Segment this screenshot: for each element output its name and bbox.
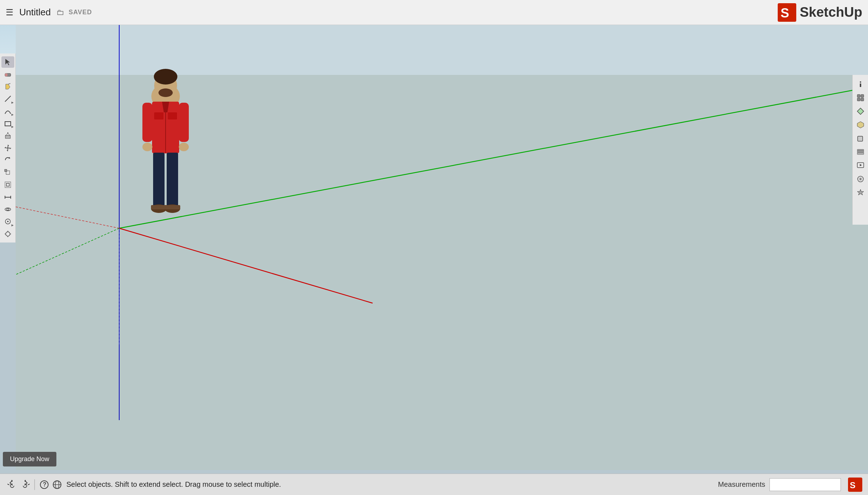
svg-rect-62 [857,149,864,151]
layers-panel[interactable] [854,146,867,158]
line-tool[interactable]: ▶ [1,93,14,104]
svg-point-49 [6,232,10,236]
status-text: Select objects. Shift to extend select. … [66,480,281,489]
svg-rect-27 [165,205,180,209]
svg-point-48 [7,221,9,222]
sketchup-bug-icon: S [848,478,862,492]
solid-tools-panel[interactable] [854,132,867,145]
svg-line-31 [5,96,11,102]
menu-icon[interactable]: ☰ [6,7,14,17]
svg-rect-57 [861,95,864,97]
svg-rect-39 [5,169,7,172]
svg-rect-29 [5,73,7,76]
measurements-label: Measurements [718,480,765,489]
svg-point-19 [142,143,152,151]
shapes-tool[interactable]: ▶ [1,118,14,129]
document-title: Untitled [19,7,51,18]
3d-warehouse-panel[interactable] [854,118,867,131]
measurements-input[interactable] [769,478,841,491]
rotate-tool[interactable] [1,154,14,166]
svg-point-12 [158,88,173,97]
svg-point-69 [860,178,861,180]
svg-rect-58 [857,98,860,101]
topbar: ☰ Untitled 🗀 SAVED S SketchUp [0,0,868,25]
tape-measure-tool[interactable] [1,191,14,203]
right-toolbar [852,75,868,225]
move-tool[interactable] [1,142,14,154]
svg-rect-61 [858,136,863,141]
left-toolbar: ▶ ▶ ▶ [0,53,16,243]
svg-point-21 [179,143,189,151]
svg-rect-22 [153,153,165,208]
sketchup-logo-icon: S [778,3,796,22]
folder-icon[interactable]: 🗀 [56,8,64,17]
bottombar: ? Select objects. Shift to extend select… [0,474,868,495]
svg-text:?: ? [43,481,46,488]
eraser-tool[interactable] [1,68,14,80]
components-panel[interactable] [854,91,867,104]
globe-button[interactable] [51,478,64,491]
svg-text:S: S [850,480,856,490]
svg-marker-66 [860,164,862,166]
svg-rect-25 [151,205,167,209]
svg-point-46 [7,208,9,210]
svg-rect-32 [5,122,11,126]
svg-rect-64 [857,153,864,154]
svg-rect-20 [179,103,189,142]
push-pull-tool[interactable] [1,130,14,141]
human-figure [130,46,201,232]
svg-point-54 [860,81,861,83]
sketchup-logo-text: SketchUp [800,5,862,20]
arc-tool[interactable]: ▶ [1,106,14,117]
svg-rect-63 [857,151,864,153]
viewport[interactable] [16,25,868,470]
saved-status: SAVED [69,9,92,16]
paint-bucket-tool[interactable] [1,81,14,92]
svg-rect-55 [860,83,861,87]
svg-rect-33 [5,136,10,138]
orbit-tool[interactable] [1,204,14,215]
svg-point-11 [154,69,177,85]
svg-rect-56 [857,95,860,97]
offset-tool[interactable] [1,179,14,190]
look-around-tool[interactable] [1,228,14,240]
scale-tool[interactable] [1,167,14,178]
upgrade-button[interactable]: Upgrade Now [3,452,56,466]
measurements-area: Measurements S [718,478,862,492]
svg-rect-41 [6,183,9,186]
svg-rect-18 [142,103,152,142]
svg-marker-60 [857,122,864,128]
select-tool[interactable] [1,56,14,68]
svg-marker-34 [5,133,10,136]
separator [34,479,35,490]
svg-rect-23 [167,153,178,208]
pan-tool[interactable]: ▶ [1,216,14,227]
extension-warehouse-panel[interactable] [854,186,867,199]
materials-panel[interactable] [854,105,867,118]
svg-point-36 [7,147,9,149]
sketchup-logo: S SketchUp [778,3,862,22]
scenes-panel[interactable] [854,159,867,172]
svg-rect-40 [5,182,11,188]
svg-line-30 [8,83,10,84]
redo-button[interactable] [19,478,31,491]
svg-rect-59 [861,98,864,101]
svg-rect-16 [168,112,177,119]
svg-rect-15 [154,112,163,119]
entity-info-panel[interactable] [854,78,867,91]
svg-text:S: S [781,6,789,20]
undo-button[interactable] [6,478,19,491]
styles-panel[interactable] [854,173,867,185]
help-button[interactable]: ? [38,478,51,491]
